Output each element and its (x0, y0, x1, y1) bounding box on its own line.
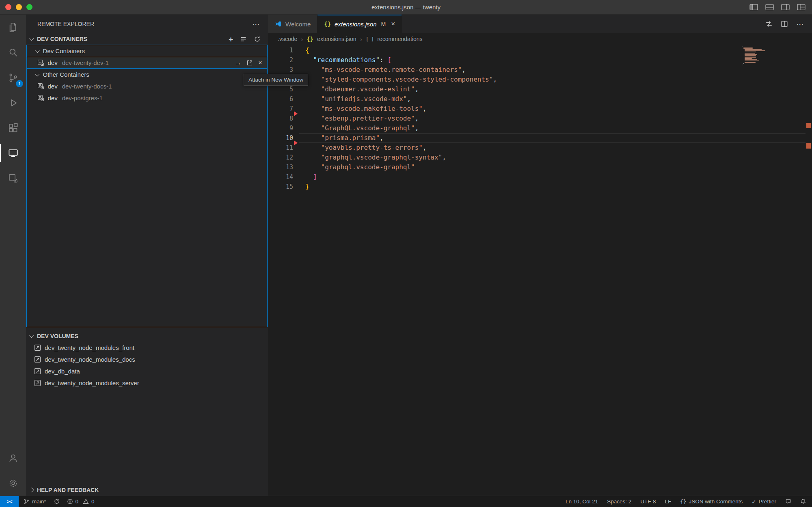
volume-item-row[interactable]: dev_db_data (26, 365, 268, 377)
feedback-icon[interactable] (785, 498, 791, 505)
sidebar-remote-explorer: REMOTE EXPLORER ⋯ DEV CONTAINERS + Dev C… (26, 15, 268, 496)
attach-container-icon[interactable]: → (235, 60, 241, 66)
remove-container-icon[interactable]: × (258, 60, 262, 66)
line-number[interactable]: 3 (268, 65, 293, 75)
line-number[interactable]: 2 (268, 55, 293, 65)
git-branch-status[interactable]: main* (24, 498, 46, 505)
code-line[interactable]: 5 "dbaeumer.vscode-eslint", (268, 84, 812, 94)
refresh-icon[interactable] (254, 36, 261, 43)
activity-source-control[interactable]: 1 (0, 65, 26, 90)
cursor-position-status[interactable]: Ln 10, Col 21 (566, 498, 598, 505)
tab-welcome[interactable]: Welcome (268, 15, 317, 33)
line-number[interactable]: 11 (268, 143, 293, 153)
code-line[interactable]: 14 ] (268, 172, 812, 182)
line-number[interactable]: 9 (268, 123, 293, 133)
toggle-primary-sidebar-icon[interactable] (749, 4, 758, 11)
code-line[interactable]: 1{ (268, 45, 812, 55)
close-window-button[interactable] (5, 4, 11, 10)
toggle-secondary-sidebar-icon[interactable] (781, 4, 790, 11)
tab-bar: Welcome {} extensions.json M × ⋯ (268, 15, 812, 33)
chevron-down-icon (35, 71, 39, 76)
breadcrumb-file[interactable]: extensions.json (317, 36, 356, 42)
line-number[interactable]: 7 (268, 104, 293, 114)
code-line[interactable]: 3 "ms-vscode-remote.remote-containers", (268, 65, 812, 75)
remote-explorer-icon (8, 148, 19, 159)
container-item-row[interactable]: devdev-twenty-docs-1 (27, 80, 267, 92)
activity-dev-containers[interactable] (0, 166, 26, 191)
code-line[interactable]: 4 "styled-components.vscode-styled-compo… (268, 75, 812, 84)
line-number[interactable]: 5 (268, 84, 293, 94)
minimize-window-button[interactable] (16, 4, 22, 10)
open-changes-icon[interactable] (765, 20, 773, 28)
split-editor-icon[interactable] (781, 20, 788, 28)
code-line[interactable]: 8 "esbenp.prettier-vscode", (268, 114, 812, 123)
attach-new-window-icon[interactable] (246, 60, 253, 66)
line-number[interactable]: 6 (268, 94, 293, 104)
code-line[interactable]: 11 "yoavbls.pretty-ts-errors", (268, 143, 812, 153)
indentation-status[interactable]: Spaces: 2 (607, 498, 631, 505)
search-icon (8, 47, 19, 58)
activity-search[interactable] (0, 40, 26, 65)
git-deleted-marker (294, 111, 298, 116)
line-number[interactable]: 10 (268, 133, 293, 143)
eol-status[interactable]: LF (665, 498, 672, 505)
breadcrumb-symbol[interactable]: recommendations (377, 36, 422, 42)
line-number[interactable]: 14 (268, 172, 293, 182)
activity-bar: 1 (0, 15, 26, 496)
container-item-row[interactable]: devdev-twenty-dev-1→× (27, 57, 267, 69)
volume-item-row[interactable]: dev_twenty_node_modules_front (26, 342, 268, 354)
editor-more-actions-icon[interactable]: ⋯ (796, 19, 804, 29)
code-line[interactable]: 9 "GraphQL.vscode-graphql", (268, 123, 812, 133)
new-dev-container-icon[interactable]: + (229, 35, 233, 43)
activity-settings[interactable] (0, 470, 26, 496)
tree-group-row[interactable]: Dev Containers (27, 45, 267, 57)
line-number[interactable]: 8 (268, 114, 293, 123)
line-number[interactable]: 12 (268, 153, 293, 162)
code-line[interactable]: 15} (268, 182, 812, 192)
activity-explorer[interactable] (0, 15, 26, 40)
formatter-status[interactable]: ✓ Prettier (752, 498, 776, 505)
section-dev-volumes-header[interactable]: DEV VOLUMES (26, 330, 268, 342)
activity-remote-explorer[interactable] (0, 140, 26, 166)
files-icon (8, 22, 19, 33)
notifications-bell-icon[interactable] (800, 498, 806, 505)
activity-run-debug[interactable] (0, 90, 26, 115)
tree-group-row[interactable]: Other Containers (27, 69, 267, 80)
problems-status[interactable]: 0 0 (67, 498, 95, 505)
code-line[interactable]: 2 "recommendations": [ (268, 55, 812, 65)
minimap[interactable] (743, 46, 769, 66)
line-number[interactable]: 13 (268, 162, 293, 172)
close-tab-icon[interactable]: × (391, 20, 395, 28)
sidebar-more-actions-icon[interactable]: ⋯ (252, 20, 260, 28)
toggle-panel-icon[interactable] (765, 4, 774, 11)
volume-item-row[interactable]: dev_twenty_node_modules_docs (26, 354, 268, 365)
line-number[interactable]: 15 (268, 182, 293, 192)
activity-extensions[interactable] (0, 115, 26, 140)
encoding-status[interactable]: UTF-8 (640, 498, 656, 505)
code-line[interactable]: 7 "ms-vscode.makefile-tools", (268, 104, 812, 114)
overview-ruler-mark (806, 123, 811, 128)
filter-icon[interactable] (240, 36, 247, 43)
code-line[interactable]: 6 "unifiedjs.vscode-mdx", (268, 94, 812, 104)
zoom-window-button[interactable] (26, 4, 32, 10)
remote-indicator[interactable]: >< (0, 496, 19, 507)
extensions-icon (8, 123, 19, 134)
code-line[interactable]: 12 "graphql.vscode-graphql-syntax", (268, 153, 812, 162)
volume-item-row[interactable]: dev_twenty_node_modules_server (26, 377, 268, 389)
container-icon (37, 95, 44, 101)
code-line[interactable]: 10 "prisma.prisma", (268, 133, 812, 143)
line-number[interactable]: 1 (268, 45, 293, 55)
scm-badge: 1 (16, 80, 23, 87)
activity-accounts[interactable] (0, 445, 26, 470)
dev-volumes-list: dev_twenty_node_modules_frontdev_twenty_… (26, 342, 268, 389)
language-mode-status[interactable]: {} JSON with Comments (680, 498, 743, 505)
customize-layout-icon[interactable] (797, 4, 806, 11)
tab-extensions-json[interactable]: {} extensions.json M × (317, 15, 402, 33)
container-item-row[interactable]: devdev-postgres-1 (27, 92, 267, 104)
code-line[interactable]: 13 "graphql.vscode-graphql" (268, 162, 812, 172)
breadcrumb-folder[interactable]: .vscode (278, 36, 297, 42)
sync-changes-button[interactable] (54, 498, 60, 505)
section-help-feedback-header[interactable]: HELP AND FEEDBACK (26, 484, 268, 496)
section-dev-containers-header[interactable]: DEV CONTAINERS + (26, 33, 268, 45)
code-area[interactable]: 1{2 "recommendations": [3 "ms-vscode-rem… (268, 45, 812, 496)
